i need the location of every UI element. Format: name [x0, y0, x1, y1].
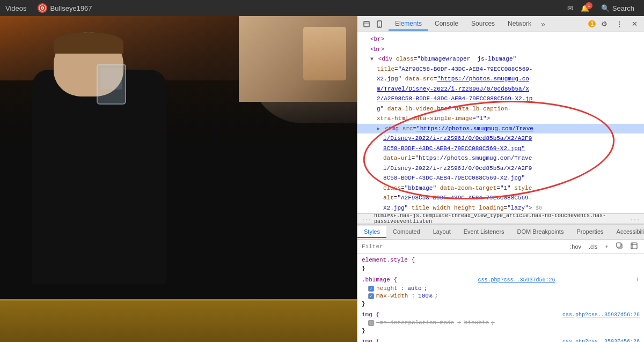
- tab-layout[interactable]: Layout: [427, 226, 457, 238]
- cls-filter-button[interactable]: .cls: [587, 242, 600, 251]
- html-img-alt2[interactable]: X2.jpg" title width height loading="lazy…: [357, 203, 644, 213]
- css-closing3: }: [357, 326, 644, 335]
- hov-filter-button[interactable]: :hov: [568, 242, 583, 251]
- img-selector2[interactable]: img {: [362, 338, 379, 342]
- svg-rect-9: [631, 243, 637, 249]
- html-img-src-line[interactable]: l/Disney-2022/i-rz2S96J/0/0cd85b5a/X2/A2…: [357, 133, 644, 144]
- tab-properties[interactable]: Properties: [570, 226, 610, 238]
- bottom-tabs: Styles Computed Layout Event Listeners D…: [357, 225, 644, 240]
- settings-button[interactable]: ⚙: [598, 18, 611, 31]
- avatar: [38, 3, 47, 13]
- devtools-toolbar: Elements Console Sources Network » 1 ⚙ ⋮…: [357, 16, 644, 32]
- css-prop-height: ✓ height : auto ;: [357, 285, 644, 292]
- devtools-panel: Elements Console Sources Network » 1 ⚙ ⋮…: [357, 16, 644, 342]
- prop-value-bicubic[interactable]: bicubic: [464, 319, 489, 326]
- glass-liquid: [100, 68, 122, 90]
- tab-dom-breakpoints[interactable]: DOM Breakpoints: [511, 226, 570, 238]
- search-icon: 🔍: [601, 4, 610, 12]
- css-closing2: }: [357, 300, 644, 308]
- html-attr-line[interactable]: title="A2F98C58-B0DF-43DC-AEB4-79ECC088C…: [357, 64, 644, 75]
- img-source[interactable]: css.php?css..35937d56:26: [562, 312, 640, 318]
- tab-event-listeners[interactable]: Event Listeners: [457, 226, 511, 238]
- styles-filter-input[interactable]: [362, 243, 565, 250]
- tab-console[interactable]: Console: [428, 18, 465, 31]
- devtools-bottom-panel: Styles Computed Layout Event Listeners D…: [357, 224, 644, 342]
- svg-point-2: [41, 8, 42, 9]
- bbimage-selector[interactable]: .bbImage {: [362, 277, 397, 283]
- html-attr-line[interactable]: g" data-lb-video-href data-lb-caption-: [357, 104, 644, 114]
- css-prop-checkbox2[interactable]: ✓: [368, 293, 374, 299]
- css-selector[interactable]: element.style {: [362, 257, 415, 263]
- prop-name-height[interactable]: height: [376, 285, 398, 292]
- breadcrumb-more: ...: [630, 216, 640, 222]
- html-line[interactable]: <br>: [357, 44, 644, 55]
- css-prop-max-width: ✓ max-width : 100% ;: [357, 292, 644, 300]
- notification-count: 1: [586, 2, 592, 9]
- search-label: Search: [612, 4, 634, 12]
- html-img-alt[interactable]: alt="A2F98C58-B0DF-43DC-AEB4-79ECC088C56…: [357, 193, 644, 203]
- mail-icon[interactable]: ✉: [567, 4, 573, 12]
- add-property-button[interactable]: +: [636, 276, 640, 284]
- html-div-close[interactable]: </div>: [357, 213, 644, 213]
- html-img-line[interactable]: ▶ <img src="https://photos.smugmug.com/T…: [357, 124, 644, 134]
- frame: [303, 27, 346, 80]
- close-devtools-button[interactable]: ✕: [628, 18, 641, 31]
- photo-panel: [0, 16, 357, 342]
- notification-bell[interactable]: 🔔 1: [581, 4, 589, 12]
- html-attr-line[interactable]: xtra-html data-single-image="1">: [357, 114, 644, 124]
- prop-name-maxwidth[interactable]: max-width: [376, 293, 408, 299]
- top-bar: Videos Bullseye1967 ✉ 🔔 1 🔍 Search: [0, 0, 644, 16]
- device-toggle-button[interactable]: [374, 18, 385, 30]
- css-brace2: }: [362, 301, 365, 307]
- html-line[interactable]: <br>: [357, 34, 644, 44]
- inspect-element-button[interactable]: [361, 18, 372, 30]
- table: [0, 299, 357, 342]
- issues-badge: 1: [588, 20, 596, 27]
- css-brace: }: [362, 265, 365, 272]
- styles-content: element.style { } .bbImage { css.php?css…: [357, 254, 644, 342]
- prop-value-100pct[interactable]: 100%: [418, 293, 432, 299]
- img-selector[interactable]: img {: [362, 311, 379, 318]
- img-source2[interactable]: css.php?css..35937d56:26: [562, 339, 640, 343]
- html-attr-line[interactable]: 2/A2F98C58-B0DF-43DC-AEB4-79ECC088C569-X…: [357, 94, 644, 104]
- tab-computed[interactable]: Computed: [386, 226, 427, 238]
- more-tabs-button[interactable]: »: [538, 20, 548, 28]
- css-prop-checkbox[interactable]: ✓: [368, 286, 374, 292]
- html-img-class[interactable]: class="bbImage" data-zoom-target="1" sty…: [357, 183, 644, 194]
- svg-rect-8: [617, 243, 621, 247]
- html-img-dataurl2[interactable]: l/Disney-2022/i-rz2S96J/0/0cd85b5a/X2/A2…: [357, 163, 644, 174]
- css-brace3: }: [362, 328, 365, 334]
- breadcrumb-item[interactable]: html#XF.has-js.template-thread_view_type…: [374, 213, 627, 224]
- tab-sources[interactable]: Sources: [465, 18, 501, 31]
- user-info: Bullseye1967: [38, 3, 92, 13]
- tab-styles[interactable]: Styles: [357, 226, 386, 238]
- css-rule-element-style: element.style {: [357, 256, 644, 264]
- css-rule-bbimage: .bbImage { css.php?css..35937d56:26 +: [357, 275, 644, 285]
- tab-accessibility[interactable]: Accessibility: [610, 226, 644, 238]
- html-img-src-line2[interactable]: 8C58-B0DF-43DC-AEB4-79ECC088C569-X2.jpg": [357, 144, 644, 154]
- hair: [54, 32, 123, 54]
- main-area: Elements Console Sources Network » 1 ⚙ ⋮…: [0, 16, 644, 342]
- html-img-dataurl3[interactable]: 8C58-B0DF-43DC-AEB4-79ECC088C569-X2.jpg": [357, 173, 644, 183]
- css-rule-img2: img { css.php?css..35937d56:26: [357, 337, 644, 342]
- bbimage-source[interactable]: css.php?css..35937d56:26: [478, 277, 555, 283]
- css-prop-checkbox3[interactable]: [368, 320, 374, 326]
- devtools-tabs: Elements Console Sources Network »: [389, 18, 548, 31]
- tab-elements[interactable]: Elements: [389, 18, 428, 31]
- tab-network[interactable]: Network: [501, 18, 538, 31]
- search-button[interactable]: 🔍 Search: [597, 3, 639, 13]
- top-bar-actions: ✉ 🔔 1 🔍 Search: [567, 3, 639, 13]
- inspect-style-button[interactable]: [628, 241, 640, 251]
- html-attr-line[interactable]: m/Travel/Disney-2022/i-rz2S96J/0/0cd85b5…: [357, 84, 644, 94]
- add-style-button[interactable]: +: [603, 242, 611, 251]
- html-div-line[interactable]: ▼ <div class="bbImageWrapper js-lbImage": [357, 54, 644, 64]
- prop-value-auto[interactable]: auto: [407, 285, 421, 292]
- prop-name-ms-interpolation[interactable]: -ms-interpolation-mode: [376, 319, 454, 326]
- css-closing: }: [357, 264, 644, 273]
- html-img-dataurl[interactable]: data-url="https://photos.smugmug.com/Tra…: [357, 153, 644, 163]
- breadcrumb-ellipsis: ...: [362, 216, 371, 222]
- more-options-button[interactable]: ⋮: [613, 18, 626, 31]
- drinking-glass: [97, 64, 126, 105]
- html-attr-line[interactable]: X2.jpg" data-src="https://photos.smugmug…: [357, 74, 644, 84]
- copy-styles-button[interactable]: [614, 241, 625, 251]
